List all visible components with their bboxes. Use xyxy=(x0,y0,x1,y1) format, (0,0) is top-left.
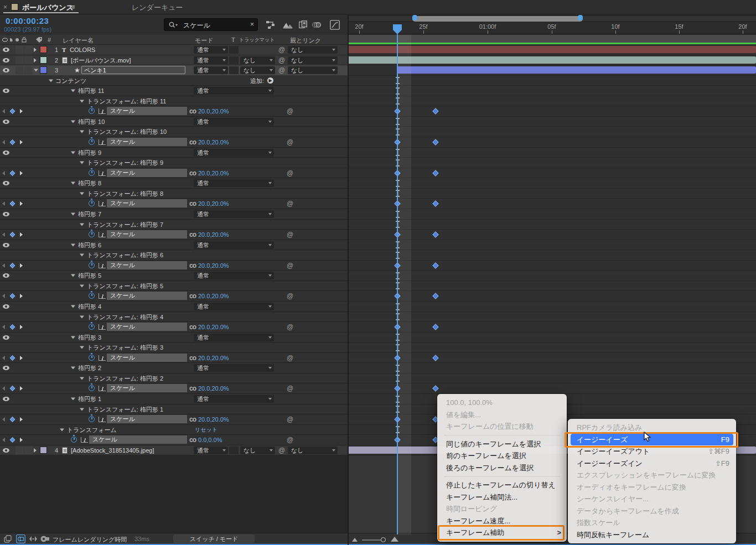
layer-duration-bar[interactable] xyxy=(397,66,756,74)
in-out-stretch-pane-icon[interactable] xyxy=(29,536,38,542)
after-effects-timeline-panel: × ボールバウンス ≡ レンダーキュー 0:00:00:23 00023 (29… xyxy=(0,0,756,545)
keyframe-icon[interactable] xyxy=(432,170,438,176)
context-menu-item: キーフレームの位置に移動 xyxy=(437,421,567,433)
submenu-item[interactable]: イージーイーズイン⇧F9 xyxy=(568,458,736,470)
keyframe-icon[interactable] xyxy=(432,108,438,114)
keyframe-icon[interactable] xyxy=(432,355,438,361)
context-menu-item[interactable]: キーフレーム速度... xyxy=(437,515,567,527)
submenu-item[interactable]: イージーイーズアウト⇧⌘F9 xyxy=(568,445,736,458)
zoom-in-icon[interactable] xyxy=(391,537,398,542)
current-time-indicator-line[interactable] xyxy=(397,34,398,534)
keyframe-icon[interactable] xyxy=(432,385,438,391)
zoom-slider-knob[interactable] xyxy=(381,537,386,542)
submenu-item: データからキーフレームを作成 xyxy=(568,505,736,517)
layer-switches-pane-icon[interactable] xyxy=(4,535,13,543)
menu-separator xyxy=(444,476,560,477)
render-time-label: フレームレンダリング時間 xyxy=(53,536,127,544)
submenu-item: エクスプレッションをキーフレームに変換 xyxy=(568,469,736,481)
submenu-arrow-icon: > xyxy=(557,527,561,539)
submenu-item: 指数スケール xyxy=(568,517,736,529)
zoom-out-icon[interactable] xyxy=(352,538,358,542)
context-menu-item[interactable]: 前のキーフレームを選択 xyxy=(437,450,567,462)
keyframe-context-menu: 100.0, 100.0%値を編集...キーフレームの位置に移動同じ値のキーフレ… xyxy=(437,394,567,542)
mouse-cursor xyxy=(644,432,653,443)
panel-divider[interactable] xyxy=(348,15,349,545)
keyframe-icon[interactable] xyxy=(432,324,438,330)
switches-modes-toggle-button[interactable]: スイッチ / モード xyxy=(173,534,255,543)
context-menu-item[interactable]: キーフレーム補間法... xyxy=(437,491,567,504)
context-menu-item: 値を編集... xyxy=(437,409,567,421)
context-menu-item[interactable]: キーフレーム補助> xyxy=(437,527,567,539)
submenu-item: シーケンスレイヤー... xyxy=(568,493,736,505)
submenu-item[interactable]: 時間反転キーフレーム xyxy=(568,529,736,541)
keyframe-icon[interactable] xyxy=(432,262,438,268)
context-menu-item[interactable]: 停止したキーフレームの切り替え xyxy=(437,479,567,491)
menu-separator xyxy=(444,435,560,435)
keyframe-icon[interactable] xyxy=(432,231,438,237)
keyframe-icon[interactable] xyxy=(432,200,438,206)
shortcut-label: ⇧⌘F9 xyxy=(708,445,729,458)
shortcut-label: F9 xyxy=(721,434,729,446)
submenu-item: オーディオをキーフレームに変換 xyxy=(568,481,736,494)
context-menu-item: 時間ロービング xyxy=(437,503,567,515)
context-menu-item[interactable]: 後ろのキーフレームを選択 xyxy=(437,462,567,474)
shortcut-label: ⇧F9 xyxy=(715,458,729,470)
context-menu-item: 100.0, 100.0% xyxy=(437,397,567,409)
render-time-pane-icon[interactable] xyxy=(40,535,50,543)
keyframe-icon[interactable] xyxy=(432,139,438,145)
context-menu-item[interactable]: 同じ値のキーフレームを選択 xyxy=(437,438,567,450)
keyframe-icon[interactable] xyxy=(432,293,438,299)
current-frame-column xyxy=(398,35,411,534)
render-time-value: 33ms xyxy=(134,536,149,542)
transfer-controls-pane-icon[interactable] xyxy=(16,534,25,543)
